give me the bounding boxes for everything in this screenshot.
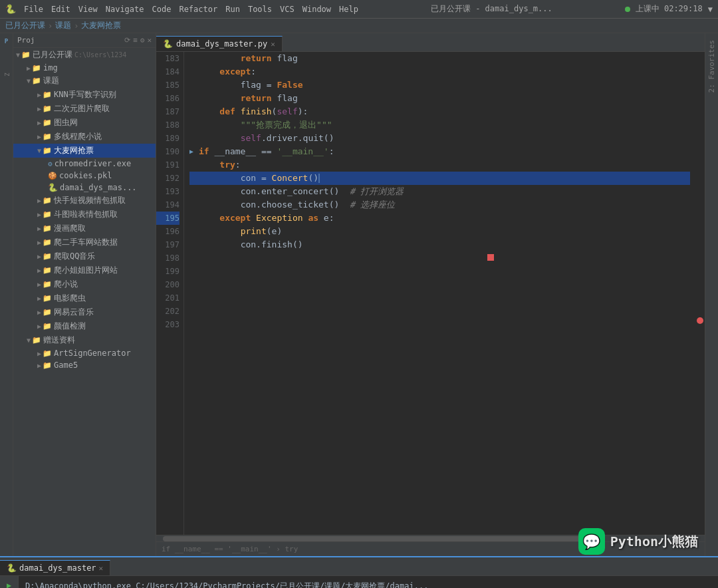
project-label: Proj — [17, 36, 35, 45]
tree-keti[interactable]: ▼ 📁 课题 — [13, 74, 156, 88]
run-toolbar: ▶ ■ ↺ ↓ 📌 🖨 🗑 — [0, 576, 19, 588]
tree-root[interactable]: ▼ 📁 已月公开课 C:\Users\1234 — [13, 48, 156, 62]
tree-girl[interactable]: ▶ 📁 爬小姐姐图片网站 — [13, 263, 156, 277]
code-line-186: return flag — [189, 92, 690, 105]
code-content[interactable]: return flag except: flag = False ret — [184, 52, 695, 535]
menu-tools[interactable]: Tools — [248, 5, 272, 14]
run-tab-main[interactable]: 🐍 damai_dys_master ✕ — [0, 560, 110, 575]
tree-netease[interactable]: ▶ 📁 网易云音乐 — [13, 305, 156, 319]
run-output: D:\Anaconda\python.exe C:/Users/1234/Pyc… — [19, 576, 718, 588]
window-title: 已月公开课 - damai_dys_m... — [431, 3, 552, 15]
settings-icon[interactable]: ≡ — [133, 36, 138, 45]
run-tabs: 🐍 damai_dys_master ✕ — [0, 557, 718, 576]
code-line-190: self.driver.quit() — [189, 132, 690, 145]
code-line-197: con.choose_ticket() # 选择座位 — [189, 198, 690, 212]
project-icon[interactable]: P — [1, 36, 12, 47]
favorites-bar: 2: Favorites — [705, 33, 718, 556]
tree-face[interactable]: ▶ 📁 颜值检测 — [13, 319, 156, 333]
code-line-196: con.enter_concert() # 打开浏览器 — [189, 185, 690, 198]
menu-vcs[interactable]: VCS — [280, 5, 295, 14]
run-tab-close[interactable]: ✕ — [99, 564, 104, 573]
run-play-btn[interactable]: ▶ — [3, 579, 16, 588]
sync-icon[interactable]: ⟳ — [124, 36, 130, 45]
tree-knn[interactable]: ▶ 📁 KNN手写数字识别 — [13, 88, 156, 102]
code-line-195: con = Concert() — [189, 172, 690, 185]
tree-car[interactable]: ▶ 📁 爬二手车网站数据 — [13, 235, 156, 249]
code-line-199: print(e) — [189, 225, 690, 238]
bottom-breadcrumb: if __name__ == '__main__' › try — [156, 541, 705, 556]
tab-py-icon: 🐍 — [163, 39, 173, 49]
line-numbers: 183 184 185 186 187 188 189 190 191 192 … — [156, 52, 184, 535]
main-area: P Z Proj ⟳ ≡ ⚙ ✕ ▼ 📁 已月公开课 C:\Users\1234… — [0, 33, 718, 556]
menu-code[interactable]: Code — [152, 5, 172, 14]
status-right: 上课中 02:29:18 ▼ — [625, 3, 713, 15]
project-panel: Proj ⟳ ≡ ⚙ ✕ ▼ 📁 已月公开课 C:\Users\1234 ▶ 📁… — [13, 33, 156, 556]
menu-window[interactable]: Window — [302, 5, 331, 14]
run-content: ▶ ■ ↺ ↓ 📌 🖨 🗑 D:\Anaconda\python.exe C:/… — [0, 576, 718, 588]
menu-help[interactable]: Help — [339, 5, 358, 14]
project-header: Proj ⟳ ≡ ⚙ ✕ — [13, 33, 156, 48]
breadcrumb-item-1[interactable]: 已月公开课 — [5, 20, 45, 31]
app-icon: 🐍 — [5, 4, 16, 14]
run-panel: 🐍 damai_dys_master ✕ ▶ ■ ↺ ↓ 📌 🖨 🗑 D:\An… — [0, 556, 718, 588]
menu-bar[interactable]: 🐍 File Edit View Navigate Code Refactor … — [5, 4, 358, 14]
code-editor[interactable]: 183 184 185 186 187 188 189 190 191 192 … — [156, 52, 705, 535]
editor-area: 🐍 damai_dys_master.py ✕ 183 184 185 186 … — [156, 33, 705, 556]
menu-navigate[interactable]: Navigate — [106, 5, 144, 14]
tree-game5[interactable]: ▶ 📁 Game5 — [13, 359, 156, 371]
tab-close-btn[interactable]: ✕ — [271, 40, 275, 49]
run-tab-icon: 🐍 — [7, 563, 17, 573]
gear-icon[interactable]: ⚙ — [140, 36, 145, 45]
tree-kuaishou[interactable]: ▶ 📁 快手短视频情包抓取 — [13, 194, 156, 208]
menu-refactor[interactable]: Refactor — [179, 5, 217, 14]
run-tab-label: damai_dys_master — [19, 563, 96, 573]
tree-cookies[interactable]: 🍪 cookies.pkl — [13, 170, 156, 182]
scrollbar-gutter[interactable] — [695, 52, 705, 535]
favorites-label[interactable]: 2: Favorites — [706, 36, 717, 96]
tab-label: damai_dys_master.py — [176, 39, 267, 49]
breadcrumb: 已月公开课 › 课题 › 大麦网抢票 — [0, 19, 718, 33]
code-line-183: return flag — [189, 52, 690, 65]
breadcrumb-item-3[interactable]: 大麦网抢票 — [81, 20, 121, 31]
editor-tab-main[interactable]: 🐍 damai_dys_master.py ✕ — [156, 36, 283, 51]
tree-gift[interactable]: ▼ 📁 赠送资料 — [13, 333, 156, 347]
code-line-185: flag = False — [189, 78, 690, 92]
title-bar: 🐍 File Edit View Navigate Code Refactor … — [0, 0, 718, 19]
bottom-breadcrumb-text: if __name__ == '__main__' › try — [162, 545, 298, 553]
run-command-line: D:\Anaconda\python.exe C:/Users/1234/Pyc… — [25, 580, 711, 588]
tree-tuchong[interactable]: ▶ 📁 图虫网 — [13, 116, 156, 130]
tree-doutu[interactable]: ▶ 📁 斗图啦表情包抓取 — [13, 208, 156, 221]
menu-run[interactable]: Run — [225, 5, 240, 14]
left-toolbar: P Z — [0, 33, 13, 556]
tree-img[interactable]: ▶ 📁 img — [13, 62, 156, 74]
code-line-188: def finish(self): — [189, 105, 690, 118]
code-line-198: except Exception as e: — [189, 212, 690, 225]
editor-tabs: 🐍 damai_dys_master.py ✕ — [156, 33, 705, 52]
code-line-193: ▶ if __name__ == '__main__': — [189, 145, 690, 158]
code-line-184: except: — [189, 65, 690, 78]
tree-chromedriver[interactable]: ⚙ chromedriver.exe — [13, 158, 156, 170]
timer-display: 上课中 02:29:18 — [636, 3, 703, 15]
menu-view[interactable]: View — [78, 5, 98, 14]
menu-file[interactable]: File — [24, 5, 43, 14]
breadcrumb-item-2[interactable]: 课题 — [55, 20, 71, 31]
tree-qq[interactable]: ▶ 📁 爬取QQ音乐 — [13, 249, 156, 263]
tree-damai[interactable]: ▼ 📁 大麦网抢票 — [13, 144, 156, 158]
tree-damai-py[interactable]: 🐍 damai_dys_mas... — [13, 182, 156, 194]
code-line-202 — [189, 251, 690, 291]
tree-multithread[interactable]: ▶ 📁 多线程爬小说 — [13, 130, 156, 144]
horizontal-scrollbar[interactable] — [156, 535, 705, 541]
code-line-194: try: — [189, 158, 690, 172]
close-panel-icon[interactable]: ✕ — [147, 36, 152, 45]
menu-edit[interactable]: Edit — [51, 5, 70, 14]
code-line-200: con.finish() — [189, 238, 690, 251]
dropdown-arrow[interactable]: ▼ — [708, 5, 713, 14]
tree-manga[interactable]: ▶ 📁 漫画爬取 — [13, 221, 156, 235]
structure-icon[interactable]: Z — [1, 69, 12, 80]
tree-novel[interactable]: ▶ 📁 爬小说 — [13, 277, 156, 291]
tree-movie[interactable]: ▶ 📁 电影爬虫 — [13, 291, 156, 305]
code-line-189: """抢票完成，退出""" — [189, 118, 690, 132]
tree-2d[interactable]: ▶ 📁 二次元图片爬取 — [13, 102, 156, 116]
tree-artsign[interactable]: ▶ 📁 ArtSignGenerator — [13, 347, 156, 359]
status-indicator — [625, 7, 630, 12]
